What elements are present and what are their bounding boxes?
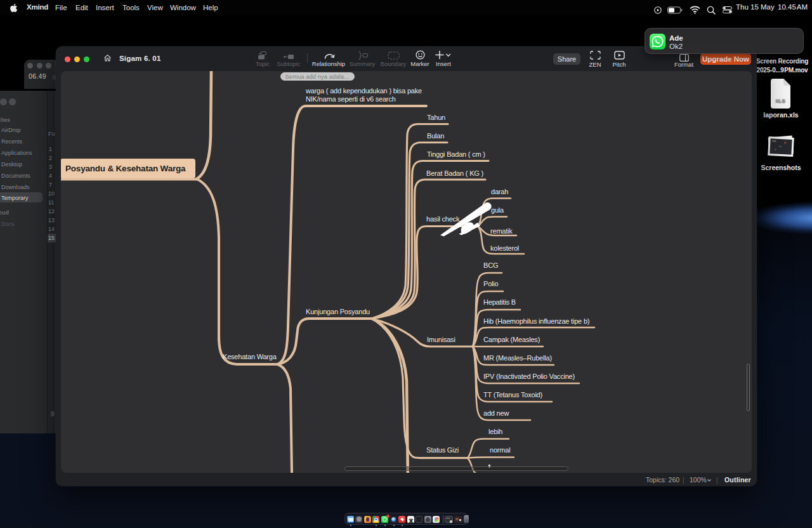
svg-text:XLS: XLS	[775, 98, 785, 103]
